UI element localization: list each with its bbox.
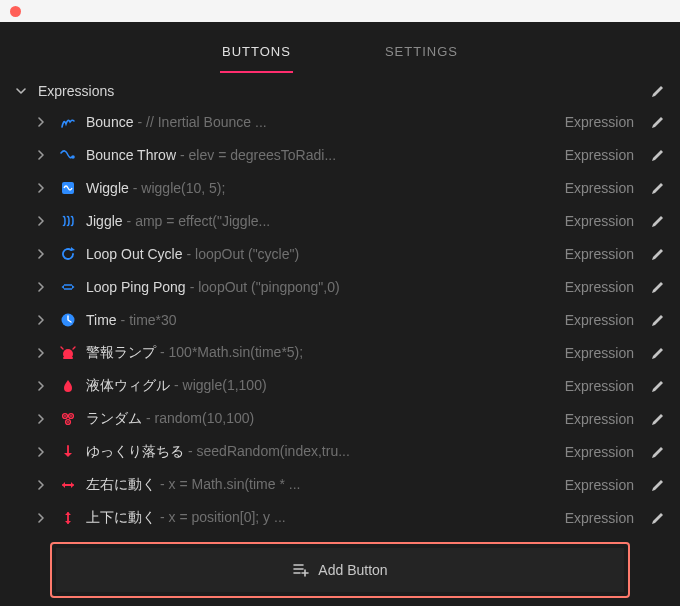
item-name: Loop Ping Pong (86, 279, 186, 295)
liquid-icon (60, 378, 76, 394)
horiz-icon (60, 477, 76, 493)
item-name: Bounce (86, 114, 133, 130)
item-type-label: Expression (565, 213, 634, 229)
item-desc: - x = position[0]; y ... (160, 509, 286, 525)
chevron-right-icon (34, 379, 48, 393)
chevron-right-icon (34, 313, 48, 327)
chevron-right-icon (34, 346, 48, 360)
pencil-icon[interactable] (650, 180, 666, 196)
pencil-icon[interactable] (650, 213, 666, 229)
pencil-icon[interactable] (650, 114, 666, 130)
list-item[interactable]: Time - time*30Expression (0, 303, 680, 336)
bouncethrow-icon (60, 147, 76, 163)
chevron-right-icon (34, 214, 48, 228)
list-item[interactable]: 上下に動く - x = position[0]; y ...Expression (0, 501, 680, 534)
chevron-right-icon (34, 247, 48, 261)
chevron-right-icon (34, 412, 48, 426)
chevron-right-icon (34, 115, 48, 129)
fall-icon (60, 444, 76, 460)
item-desc: - // Inertial Bounce ... (137, 114, 266, 130)
list-item[interactable]: Loop Out Cycle - loopOut ("cycle")Expres… (0, 237, 680, 270)
loopping-icon (60, 279, 76, 295)
item-name: ゆっくり落ちる (86, 443, 184, 461)
item-desc: - wiggle(10, 5); (133, 180, 226, 196)
item-name: 液体ウィグル (86, 377, 170, 395)
chevron-right-icon (34, 148, 48, 162)
list-item[interactable]: ゆっくり落ちる - seedRandom(index,tru...Express… (0, 435, 680, 468)
jiggle-icon (60, 213, 76, 229)
item-type-label: Expression (565, 510, 634, 526)
pencil-icon[interactable] (650, 83, 666, 99)
svg-point-9 (70, 415, 72, 417)
svg-point-0 (71, 155, 75, 159)
item-name: Wiggle (86, 180, 129, 196)
item-type-label: Expression (565, 312, 634, 328)
tab-buttons[interactable]: BUTTONS (220, 34, 293, 73)
pencil-icon[interactable] (650, 477, 666, 493)
item-name: Loop Out Cycle (86, 246, 183, 262)
close-window-dot[interactable] (10, 6, 21, 17)
item-name: ランダム (86, 410, 142, 428)
item-name: Time (86, 312, 117, 328)
add-button[interactable]: Add Button (56, 548, 624, 592)
list-item[interactable]: ランダム - random(10,100)Expression (0, 402, 680, 435)
tab-bar: BUTTONS SETTINGS (0, 22, 680, 73)
item-type-label: Expression (565, 444, 634, 460)
list-item[interactable]: 液体ウィグル - wiggle(1,100)Expression (0, 369, 680, 402)
item-name: 左右に動く (86, 476, 156, 494)
item-type-label: Expression (565, 180, 634, 196)
chevron-right-icon (34, 478, 48, 492)
pencil-icon[interactable] (650, 444, 666, 460)
pencil-icon[interactable] (650, 312, 666, 328)
item-type-label: Expression (565, 378, 634, 394)
alarm-icon (60, 345, 76, 361)
item-type-label: Expression (565, 246, 634, 262)
svg-point-8 (64, 415, 66, 417)
svg-rect-4 (63, 357, 73, 359)
item-type-label: Expression (565, 345, 634, 361)
list-item[interactable]: 左右に動く - x = Math.sin(time * ...Expressio… (0, 468, 680, 501)
expressions-list: Bounce - // Inertial Bounce ...Expressio… (0, 105, 680, 534)
list-item[interactable]: Bounce Throw - elev = degreesToRadi...Ex… (0, 138, 680, 171)
list-item[interactable]: Wiggle - wiggle(10, 5);Expression (0, 171, 680, 204)
item-desc: - random(10,100) (146, 410, 254, 426)
chevron-right-icon (34, 280, 48, 294)
list-item[interactable]: Jiggle - amp = effect("Jiggle...Expressi… (0, 204, 680, 237)
pencil-icon[interactable] (650, 411, 666, 427)
item-type-label: Expression (565, 477, 634, 493)
item-type-label: Expression (565, 114, 634, 130)
pencil-icon[interactable] (650, 279, 666, 295)
item-desc: - seedRandom(index,tru... (188, 443, 350, 459)
item-name: 上下に動く (86, 509, 156, 527)
chevron-right-icon (34, 511, 48, 525)
item-desc: - wiggle(1,100) (174, 377, 267, 393)
add-button-highlight: Add Button (50, 542, 630, 598)
wiggle-icon (60, 180, 76, 196)
bounce-icon (60, 114, 76, 130)
list-item[interactable]: Loop Ping Pong - loopOut ("pingpong",0)E… (0, 270, 680, 303)
item-type-label: Expression (565, 279, 634, 295)
tab-settings[interactable]: SETTINGS (383, 34, 460, 73)
pencil-icon[interactable] (650, 147, 666, 163)
item-desc: - loopOut ("pingpong",0) (190, 279, 340, 295)
item-name: 警報ランプ (86, 344, 156, 362)
list-item[interactable]: 警報ランプ - 100*Math.sin(time*5);Expression (0, 336, 680, 369)
loopcycle-icon (60, 246, 76, 262)
pencil-icon[interactable] (650, 378, 666, 394)
section-title: Expressions (38, 83, 640, 99)
section-header[interactable]: Expressions (0, 73, 680, 105)
playlist-add-icon (292, 561, 310, 579)
window-titlebar (0, 0, 680, 22)
chevron-down-icon (14, 84, 28, 98)
chevron-right-icon (34, 445, 48, 459)
item-desc: - amp = effect("Jiggle... (127, 213, 271, 229)
item-name: Jiggle (86, 213, 123, 229)
random-icon (60, 411, 76, 427)
item-desc: - 100*Math.sin(time*5); (160, 344, 303, 360)
item-desc: - time*30 (121, 312, 177, 328)
pencil-icon[interactable] (650, 510, 666, 526)
item-type-label: Expression (565, 147, 634, 163)
pencil-icon[interactable] (650, 345, 666, 361)
list-item[interactable]: Bounce - // Inertial Bounce ...Expressio… (0, 105, 680, 138)
pencil-icon[interactable] (650, 246, 666, 262)
